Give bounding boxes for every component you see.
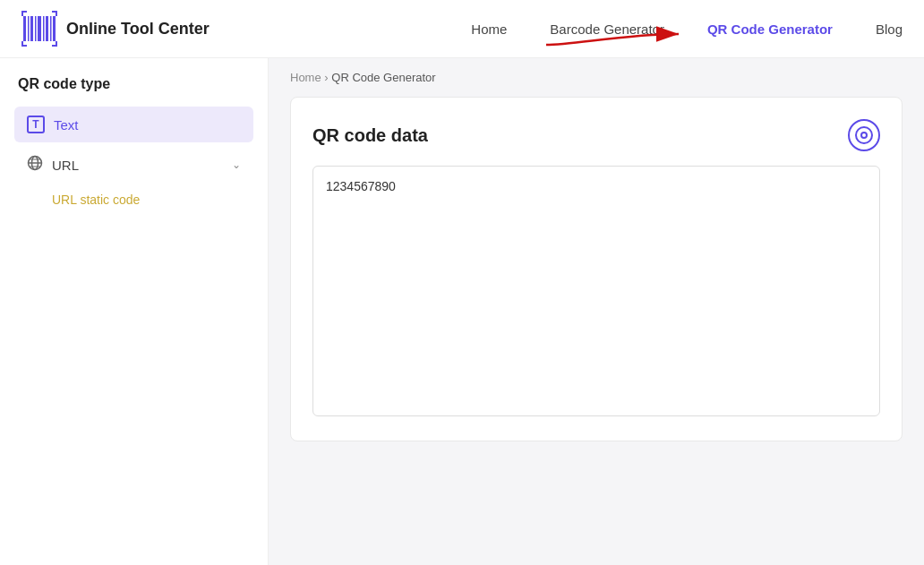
sidebar-item-url-label: URL bbox=[52, 158, 223, 173]
svg-point-24 bbox=[861, 133, 867, 138]
qr-code-data-card: QR code data bbox=[290, 97, 903, 441]
sidebar-item-url[interactable]: URL ⌄ bbox=[14, 146, 253, 184]
logo-icon bbox=[21, 11, 57, 47]
svg-rect-16 bbox=[56, 41, 57, 47]
svg-rect-1 bbox=[28, 16, 30, 41]
page-layout: QR code type T Text URL ⌄ URL static cod bbox=[0, 58, 924, 565]
nav-home[interactable]: Home bbox=[471, 21, 507, 37]
svg-rect-8 bbox=[53, 16, 56, 41]
breadcrumb-home[interactable]: Home bbox=[290, 71, 321, 84]
nav-barcode-generator[interactable]: Barcode Generator bbox=[550, 21, 664, 37]
breadcrumb-separator: › bbox=[324, 71, 328, 84]
svg-rect-6 bbox=[46, 16, 48, 41]
svg-rect-2 bbox=[30, 16, 33, 41]
qr-data-textarea[interactable] bbox=[312, 166, 880, 416]
main-nav: Home Barcode Generator QR Code Generator… bbox=[471, 21, 903, 37]
url-static-code-item[interactable]: URL static code bbox=[14, 187, 253, 212]
svg-rect-3 bbox=[35, 16, 37, 41]
text-type-icon: T bbox=[27, 116, 45, 133]
url-static-code-label: URL static code bbox=[52, 193, 140, 207]
qr-icon-button[interactable] bbox=[848, 119, 880, 151]
breadcrumb: Home › QR Code Generator bbox=[269, 58, 924, 97]
svg-rect-4 bbox=[38, 16, 41, 41]
logo-text: Online Tool Center bbox=[66, 20, 210, 39]
breadcrumb-current: QR Code Generator bbox=[331, 71, 435, 84]
svg-rect-10 bbox=[21, 11, 23, 16]
sidebar-item-text[interactable]: T Text bbox=[14, 107, 253, 142]
svg-rect-5 bbox=[43, 16, 45, 41]
svg-rect-0 bbox=[23, 16, 26, 41]
nav-qr-code-generator[interactable]: QR Code Generator bbox=[707, 21, 833, 37]
section-header: QR code data bbox=[312, 119, 880, 151]
svg-rect-12 bbox=[56, 11, 57, 16]
main-content: Home › QR Code Generator QR code data bbox=[269, 58, 924, 565]
qr-target-icon bbox=[854, 125, 874, 145]
logo-area: Online Tool Center bbox=[21, 11, 210, 47]
svg-rect-7 bbox=[50, 16, 52, 41]
sidebar-title: QR code type bbox=[14, 76, 253, 92]
nav-blog[interactable]: Blog bbox=[876, 21, 903, 37]
header: Online Tool Center Home Barcode Generato… bbox=[0, 0, 924, 58]
sidebar-item-text-label: Text bbox=[54, 117, 79, 133]
section-title: QR code data bbox=[312, 125, 428, 146]
sidebar: QR code type T Text URL ⌄ URL static cod bbox=[0, 58, 269, 565]
globe-icon bbox=[27, 155, 43, 175]
svg-point-23 bbox=[856, 127, 872, 143]
chevron-down-icon: ⌄ bbox=[232, 158, 241, 171]
svg-rect-14 bbox=[21, 41, 23, 47]
